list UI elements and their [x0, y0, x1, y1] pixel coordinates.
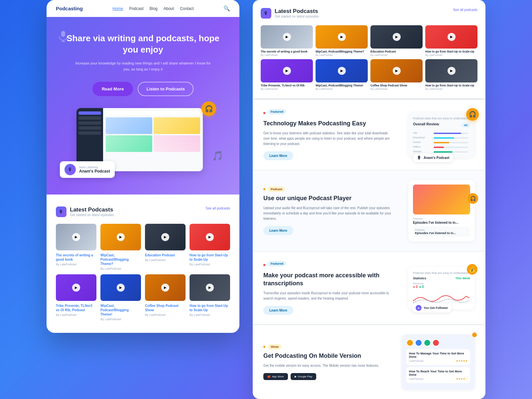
section-title-row: 🎙 Latest Podcasts Get started on latest … — [56, 206, 114, 217]
player-thumb — [413, 185, 470, 214]
right-podcast-7[interactable]: ▶ Coffee Shop Podcast ShowBy LawPodcast — [370, 59, 423, 90]
r-title-4: How to go from Start-Up to Scale-Up — [425, 50, 477, 54]
play-icon[interactable]: ▶ — [338, 67, 346, 75]
section-icon: 🎙 — [56, 206, 66, 217]
play-icon[interactable]: ▶ — [117, 233, 125, 241]
play-icon[interactable]: ▶ — [283, 67, 291, 75]
nav-logo: Podcasting — [56, 6, 83, 11]
play-icon[interactable]: ▶ — [206, 233, 214, 241]
podcast-title-3: Education Podcast — [145, 253, 186, 257]
play-icon[interactable]: ▶ — [448, 67, 456, 75]
r-author-1: By LawPodcast — [261, 54, 313, 57]
dash-content — [103, 108, 203, 171]
r-title-5: Tribe Presente, TLNor3 vs Ol Rib — [261, 84, 313, 87]
right-podcast-6[interactable]: ▶ WipCast, Podcast/Blogging Theme!By Law… — [316, 59, 368, 90]
podcast-author-6: By LawPodcast — [100, 318, 141, 321]
left-card: Podcasting Home Podcast Blog About Conta… — [47, 0, 239, 333]
podcast-author-4: By LawPodcast — [190, 263, 230, 266]
play-icon[interactable]: ▶ — [393, 67, 401, 75]
podcast-card-7[interactable]: ▶ Coffee Shop Podcast Show By LawPodcast — [145, 274, 186, 321]
learn-more-button-3[interactable]: Learn More — [263, 306, 293, 315]
right-podcast-5[interactable]: ▶ Tribe Presente, TLNor3 vs Ol RibBy Law… — [261, 59, 313, 90]
r-author-4: By LawPodcast — [425, 54, 477, 57]
dashboard-mockup: 🎧 — [60, 108, 226, 175]
feature-player-desc: Upload your audio file and Buzzsprout wi… — [263, 205, 395, 221]
sidebar-item-3 — [78, 121, 101, 125]
nav-about[interactable]: About — [164, 6, 174, 11]
r-author-2: By LawPodcast — [316, 54, 368, 57]
navbar: Podcasting Home Podcast Blog About Conta… — [47, 0, 239, 17]
avatar-2 — [415, 339, 422, 346]
podcast-author-1: By LawPodcast — [56, 263, 96, 266]
red-dot — [263, 112, 265, 114]
r-author-6: By LawPodcast — [316, 87, 368, 90]
right-podcast-2[interactable]: ▶ WipCast, Podcast/Blogging Theme?By Law… — [316, 25, 368, 57]
r-title-6: WipCast, Podcast/Blogging Theme! — [316, 84, 368, 87]
mobile-card-title-2: How To Reach Your Time to Get More Done — [409, 370, 467, 376]
play-icon[interactable]: ▶ — [161, 284, 169, 292]
trans-widget: Podcast stats that are easy to understan… — [408, 267, 475, 309]
play-icon[interactable]: ▶ — [448, 33, 456, 41]
feature-player-title: Use our unique Podcast Player — [263, 195, 395, 202]
google-play-button[interactable]: ▶ Google Play — [291, 373, 317, 380]
feature-trans-desc: Transcribe your episodes inside Buzzspro… — [263, 291, 395, 301]
all-tab[interactable]: All — [462, 123, 470, 127]
now-listening-label: Now Listening — [79, 166, 110, 169]
podcast-card-2[interactable]: ▶ WipCast, Podcast/Blogging Theme? By La… — [100, 224, 141, 270]
right-section-title: Latest Podcasts — [275, 8, 319, 15]
learn-more-button-2[interactable]: Learn More — [263, 226, 293, 235]
right-podcast-1[interactable]: ▶ The secrets of writing a good bookBy L… — [261, 25, 313, 57]
mobile-card-sub-1: LawPodcast — [409, 359, 424, 362]
learn-more-button-1[interactable]: Learn More — [263, 151, 293, 160]
podcast-badge-text: Anam's Podcast — [424, 156, 449, 160]
podcast-card-3[interactable]: ▶ Education Podcast By LawPodcast — [145, 224, 186, 270]
show-badge: Show — [268, 344, 281, 349]
podcast-card-5[interactable]: ▶ Tribe Presente, TLNor3 vs Ol Rib, Podc… — [56, 274, 96, 321]
listen-podcasts-button[interactable]: Listen to Podcasts — [138, 82, 194, 96]
play-icon[interactable]: ▶ — [393, 33, 401, 41]
avatar: 🎙 — [65, 164, 76, 175]
headphones-badge: 🎧 — [201, 101, 216, 116]
app-store-button[interactable]: 🍎 App Store — [263, 373, 288, 380]
stars-2: ★★★★☆ — [456, 377, 467, 380]
google-icon: ▶ — [295, 375, 297, 378]
search-icon[interactable]: 🔍 — [223, 5, 230, 12]
podcast-card-8[interactable]: ▶ How to go from Start-Up to Scale-Up By… — [190, 274, 230, 321]
right-latest-podcasts: 🎙 Latest Podcasts Get started on latest … — [253, 0, 485, 98]
play-icon[interactable]: ▶ — [161, 233, 169, 241]
right-see-all[interactable]: See all podcasts — [453, 8, 477, 12]
podcast-card-4[interactable]: ▶ How to go from Start-Up to Scale-Up By… — [190, 224, 230, 270]
play-icon[interactable]: ▶ — [206, 284, 214, 292]
nav-podcast[interactable]: Podcast — [129, 6, 143, 11]
play-icon[interactable]: ▶ — [72, 233, 80, 241]
feature-tech-title: Technology Makes Podcasting Easy — [263, 120, 395, 127]
nav-blog[interactable]: Blog — [150, 6, 158, 11]
read-more-button[interactable]: Read More — [92, 82, 133, 96]
podcast-name-badge: 🎙 Anam's Podcast — [413, 154, 453, 162]
hero-buttons: Read More Listen to Podcasts — [59, 82, 227, 96]
play-icon[interactable]: ▶ — [283, 33, 291, 41]
play-icon[interactable]: ▶ — [72, 284, 80, 292]
right-podcast-8[interactable]: ▶ How to go from Start-Up to Scale-UpBy … — [425, 59, 477, 90]
avatar-1 — [406, 339, 414, 346]
nav-home[interactable]: Home — [112, 6, 123, 11]
right-podcast-3[interactable]: ▶ Education PodcastBy LawPodcast — [370, 25, 423, 57]
nav-contact[interactable]: Contact — [180, 6, 194, 11]
player-label: Podcast — [413, 217, 470, 220]
trans-widget-label: Podcast stats that are easy to understan… — [413, 271, 470, 275]
podcast-card-6[interactable]: ▶ WipCast, Podcast/Blogging Theme! By La… — [100, 274, 141, 321]
podcast-avatar: 🎙 — [417, 155, 422, 161]
follower-text: You Get Follower — [424, 306, 448, 310]
see-all-link[interactable]: See all podcasts — [206, 206, 230, 210]
feature-mobile-section: Show Get Podcasting On Mobile Version Ge… — [253, 325, 485, 399]
right-section-subtitle: Get started on latest episodes — [275, 15, 319, 18]
now-listening-podcast: Anam's Podcast — [79, 169, 110, 174]
podcast-title-6: WipCast, Podcast/Blogging Theme! — [100, 304, 141, 317]
right-podcast-4[interactable]: ▶ How to go from Start-Up to Scale-UpBy … — [425, 25, 477, 57]
this-week-label: This Week — [456, 277, 470, 280]
widget-label-1: Podcast stats that are easy to understan… — [413, 117, 470, 120]
play-icon[interactable]: ▶ — [117, 284, 125, 292]
podcast-author-2: By LawPodcast — [100, 267, 141, 270]
podcast-card-1[interactable]: ▶ The secrets of writing a good book By … — [56, 224, 96, 270]
play-icon[interactable]: ▶ — [338, 33, 346, 41]
